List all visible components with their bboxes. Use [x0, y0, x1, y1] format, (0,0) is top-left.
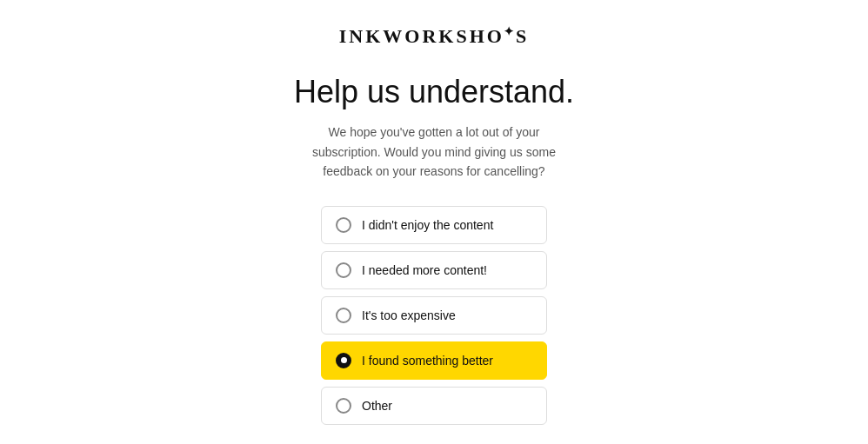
- page-title: Help us understand.: [294, 74, 574, 110]
- radio-opt1: [336, 217, 351, 233]
- option-item-opt4[interactable]: I found something better: [321, 341, 547, 380]
- logo: INKWORKSHO✦S: [339, 25, 529, 47]
- logo-star: ✦: [504, 24, 517, 39]
- radio-opt4: [336, 353, 351, 368]
- radio-opt2: [336, 262, 351, 278]
- page-subtitle: We hope you've gotten a lot out of your …: [295, 123, 573, 181]
- option-label-opt3: It's too expensive: [362, 308, 456, 322]
- option-label-opt1: I didn't enjoy the content: [362, 218, 493, 232]
- main-content: Help us understand. We hope you've gotte…: [0, 74, 868, 444]
- option-item-opt5[interactable]: Other: [321, 387, 547, 425]
- option-item-opt1[interactable]: I didn't enjoy the content: [321, 206, 547, 244]
- option-label-opt2: I needed more content!: [362, 263, 487, 277]
- radio-opt5: [336, 398, 351, 414]
- option-item-opt2[interactable]: I needed more content!: [321, 251, 547, 289]
- option-label-opt5: Other: [362, 399, 392, 413]
- options-list: I didn't enjoy the contentI needed more …: [321, 206, 547, 425]
- option-label-opt4: I found something better: [362, 354, 493, 368]
- radio-opt3: [336, 308, 351, 323]
- option-item-opt3[interactable]: It's too expensive: [321, 296, 547, 335]
- header: INKWORKSHO✦S: [339, 24, 529, 48]
